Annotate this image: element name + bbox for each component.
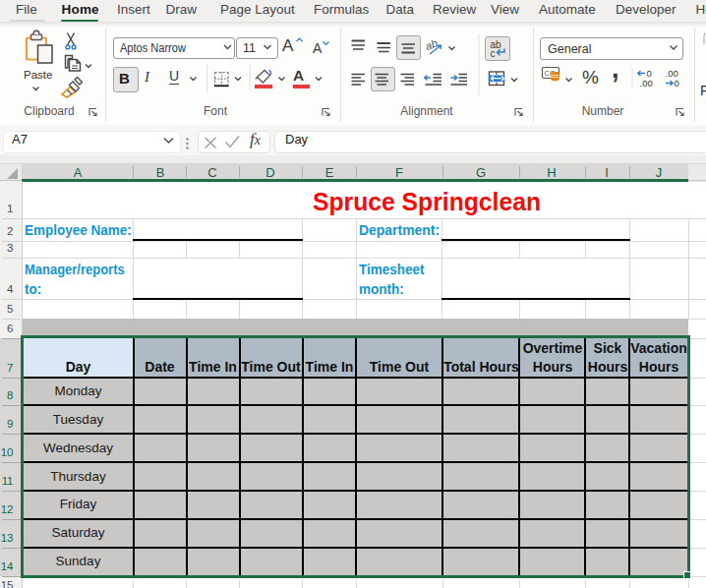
svg-text:ab: ab <box>424 37 440 52</box>
svg-text:c: c <box>491 48 496 59</box>
svg-text:0: 0 <box>675 78 679 88</box>
svg-text:.00: .00 <box>640 78 653 88</box>
